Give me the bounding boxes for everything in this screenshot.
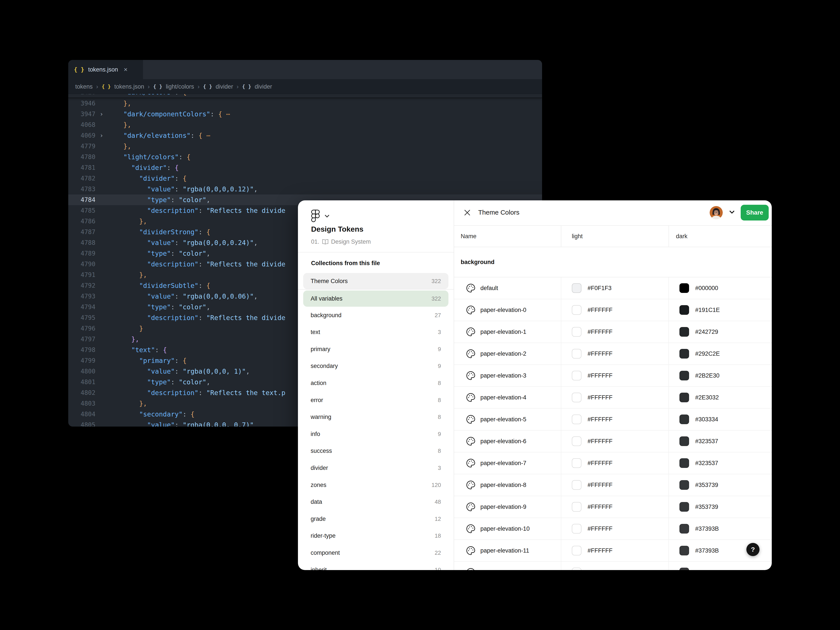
sidebar-item-zones[interactable]: zones120 xyxy=(303,477,448,493)
table-row[interactable]: paper-elevation-7#FFFFFF#323537 xyxy=(454,452,772,474)
column-header-dark[interactable]: dark xyxy=(668,226,772,247)
line-number: 4805 xyxy=(68,420,95,426)
code-line[interactable]: 4069›"dark/elevations": { ⋯ xyxy=(68,130,542,141)
color-swatch-light[interactable] xyxy=(572,502,581,512)
figma-menu[interactable] xyxy=(311,210,330,223)
table-row[interactable]: paper-elevation-5#FFFFFF#303334 xyxy=(454,409,772,431)
color-swatch-dark[interactable] xyxy=(679,349,689,358)
color-swatch-dark[interactable] xyxy=(679,283,689,293)
color-swatch-dark[interactable] xyxy=(679,305,689,315)
color-swatch-light[interactable] xyxy=(572,524,581,534)
color-swatch-dark[interactable] xyxy=(679,568,689,570)
color-swatch-dark[interactable] xyxy=(679,393,689,402)
table-row[interactable]: paper-elevation-10#FFFFFF#37393B xyxy=(454,518,772,540)
tab-tokens-json[interactable]: { } tokens.json × xyxy=(68,60,143,79)
sidebar-item-secondary[interactable]: secondary9 xyxy=(303,358,448,374)
color-swatch-dark[interactable] xyxy=(679,436,689,446)
table-row[interactable]: paper-elevation-2#FFFFFF#292C2E xyxy=(454,343,772,365)
color-swatch-dark[interactable] xyxy=(679,480,689,490)
color-swatch-light[interactable] xyxy=(572,436,581,446)
table-row[interactable]: default#F0F1F3#000000 xyxy=(454,277,772,299)
color-swatch-light[interactable] xyxy=(572,327,581,337)
breadcrumb-item[interactable]: tokens xyxy=(75,83,93,90)
breadcrumb-item[interactable]: divider xyxy=(216,83,233,90)
sidebar-item-success[interactable]: success8 xyxy=(303,443,448,459)
fold-chevron-icon[interactable]: › xyxy=(95,130,107,141)
code-line[interactable]: 4781 "divider": { xyxy=(68,162,542,173)
table-row[interactable]: paper-elevation-0#FFFFFF#191C1E xyxy=(454,299,772,321)
share-button[interactable]: Share xyxy=(741,205,769,221)
light-value-cell: #FFFFFF xyxy=(561,474,668,496)
hex-value: #242729 xyxy=(695,328,718,335)
sidebar-item-action[interactable]: action8 xyxy=(303,375,448,392)
close-icon[interactable] xyxy=(464,209,471,216)
indent xyxy=(123,260,147,268)
table-row[interactable]: paper-elevation-1#FFFFFF#242729 xyxy=(454,321,772,343)
color-swatch-light[interactable] xyxy=(572,546,581,556)
breadcrumb-item[interactable]: light/colors xyxy=(166,83,194,90)
collection-count: 322 xyxy=(432,295,441,302)
code-line[interactable]: 2426›"dark/colors": { ⋯ xyxy=(68,94,542,98)
color-swatch-light[interactable] xyxy=(572,283,581,293)
table-row[interactable]: paper-elevation-9#FFFFFF#353739 xyxy=(454,496,772,518)
sidebar-item-component[interactable]: component22 xyxy=(303,545,448,561)
color-swatch-dark[interactable] xyxy=(679,371,689,381)
close-tab-icon[interactable]: × xyxy=(124,66,128,73)
sidebar-item-primary[interactable]: primary9 xyxy=(303,341,448,357)
sidebar-item-divider[interactable]: divider3 xyxy=(303,459,448,476)
fold-chevron-icon[interactable]: › xyxy=(95,94,107,98)
table-row[interactable]: paper-elevation-8#FFFFFF#353739 xyxy=(454,474,772,496)
table-row[interactable]: paper-elevation-11#FFFFFF#37393B xyxy=(454,540,772,562)
code-line[interactable]: 4782 "divider": { xyxy=(68,173,542,184)
table-row[interactable]: paper-elevation-4#FFFFFF#2E3032 xyxy=(454,387,772,409)
breadcrumb-item[interactable]: tokens.json xyxy=(114,83,144,90)
color-swatch-dark[interactable] xyxy=(679,524,689,534)
table-row[interactable]: paper-elevation-6#FFFFFF#323537 xyxy=(454,431,772,452)
column-header-name[interactable]: Name xyxy=(454,226,561,247)
color-swatch-dark[interactable] xyxy=(679,502,689,512)
help-button[interactable]: ? xyxy=(746,543,759,556)
color-swatch-light[interactable] xyxy=(572,568,581,570)
table-row[interactable]: paper-elevation-3#FFFFFF#2B2E30 xyxy=(454,365,772,387)
code-line[interactable]: 3946}, xyxy=(68,98,542,109)
color-swatch-light[interactable] xyxy=(572,371,581,381)
group-header[interactable]: background xyxy=(454,247,772,277)
chevron-down-icon[interactable] xyxy=(729,210,734,214)
code-line[interactable]: 3947›"dark/componentColors": { ⋯ xyxy=(68,109,542,120)
code-line[interactable]: 4780"light/colors": { xyxy=(68,152,542,162)
color-swatch-light[interactable] xyxy=(572,393,581,402)
color-swatch-light[interactable] xyxy=(572,305,581,315)
color-swatch-light[interactable] xyxy=(572,458,581,468)
token: : xyxy=(175,421,183,426)
table-row[interactable]: paper-elevation-12#FFFFFF#39393B xyxy=(454,562,772,570)
breadcrumb-item[interactable]: divider xyxy=(255,83,272,90)
collection-pill-all-variables[interactable]: All variables322 xyxy=(303,291,448,307)
color-swatch-dark[interactable] xyxy=(679,546,689,556)
color-swatch-light[interactable] xyxy=(572,349,581,358)
sidebar-item-background[interactable]: background27 xyxy=(303,307,448,324)
sidebar-item-info[interactable]: info9 xyxy=(303,426,448,442)
color-swatch-dark[interactable] xyxy=(679,327,689,337)
dark-value-cell: #353739 xyxy=(668,474,772,496)
sidebar-item-data[interactable]: data48 xyxy=(303,494,448,510)
color-swatch-light[interactable] xyxy=(572,480,581,490)
column-header-light[interactable]: light xyxy=(561,226,668,247)
color-swatch-dark[interactable] xyxy=(679,415,689,424)
code-line[interactable]: 4779}, xyxy=(68,141,542,152)
sidebar-item-text[interactable]: text3 xyxy=(303,324,448,341)
sticky-scroll-line[interactable]: 2426›"dark/colors": { ⋯ xyxy=(68,94,542,98)
sidebar-item-error[interactable]: error8 xyxy=(303,392,448,408)
code-line[interactable]: 4783 "value": "rgba(0,0,0,0.12)", xyxy=(68,184,542,194)
avatar[interactable] xyxy=(710,206,723,219)
fold-chevron-icon[interactable]: › xyxy=(95,109,107,120)
code-text: }, xyxy=(107,141,542,152)
token: "rgba(0,0,0, 1)" xyxy=(183,368,246,375)
code-line[interactable]: 4068}, xyxy=(68,120,542,130)
collection-pill-theme-colors[interactable]: Theme Colors322 xyxy=(303,273,448,289)
sidebar-item-rider-type[interactable]: rider-type18 xyxy=(303,527,448,544)
sidebar-item-inherit[interactable]: inherit10 xyxy=(303,562,448,570)
sidebar-item-grade[interactable]: grade12 xyxy=(303,510,448,527)
color-swatch-light[interactable] xyxy=(572,415,581,424)
color-swatch-dark[interactable] xyxy=(679,458,689,468)
sidebar-item-warning[interactable]: warning8 xyxy=(303,409,448,425)
